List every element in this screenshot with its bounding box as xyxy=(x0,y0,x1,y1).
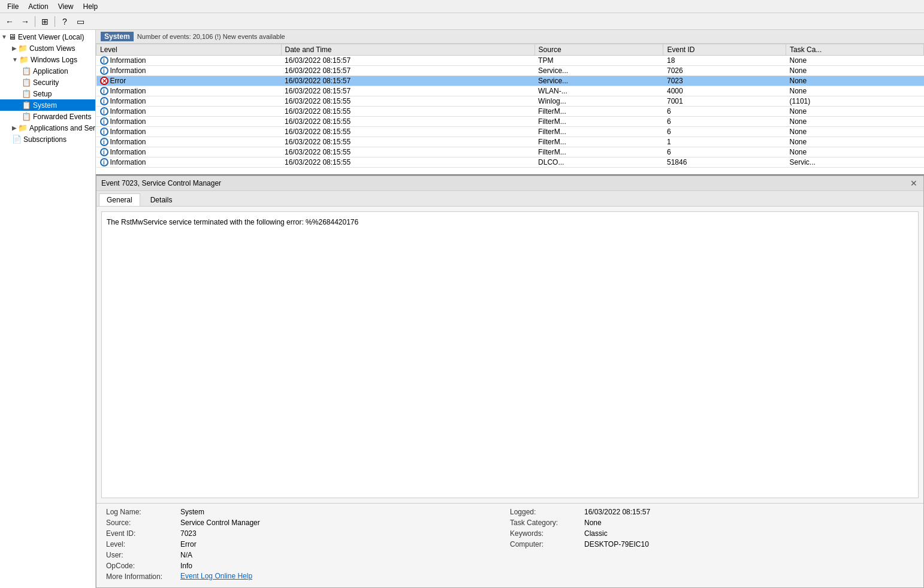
cell-eventid-8: 1 xyxy=(663,137,786,147)
table-row[interactable]: iInformation16/03/2022 08:15:55FilterM..… xyxy=(96,127,924,137)
table-row[interactable]: iInformation16/03/2022 08:15:55FilterM..… xyxy=(96,107,924,117)
more-info-link[interactable]: Event Log Online Help xyxy=(180,572,510,581)
log-name-label: Log Name: xyxy=(106,507,178,517)
folder-icon-app-services: 📁 xyxy=(18,123,28,132)
table-row[interactable]: iInformation16/03/2022 08:15:57WLAN-...4… xyxy=(96,86,924,96)
menu-action[interactable]: Action xyxy=(23,1,53,12)
col-level[interactable]: Level xyxy=(96,44,282,56)
sidebar-label-setup: Setup xyxy=(33,90,52,98)
level-text: Information xyxy=(110,148,146,156)
level-text: Information xyxy=(110,158,146,166)
col-source[interactable]: Source xyxy=(535,44,663,56)
cell-datetime-7: 16/03/2022 08:15:55 xyxy=(281,127,535,137)
cell-eventid-5: 6 xyxy=(663,107,786,117)
cell-task-2: None xyxy=(786,76,924,86)
menu-file[interactable]: File xyxy=(2,1,23,12)
table-row[interactable]: ✕Error16/03/2022 08:15:57Service...7023N… xyxy=(96,76,924,86)
cell-eventid-7: 6 xyxy=(663,127,786,137)
sidebar-label-custom-views: Custom Views xyxy=(29,44,75,53)
event-metadata: Log Name: System Source: Service Control… xyxy=(96,503,923,587)
cell-eventid-0: 18 xyxy=(663,56,786,66)
expand-icon-event-viewer: ▼ xyxy=(1,34,7,40)
detail-message-text: The RstMwService service terminated with… xyxy=(101,211,919,498)
cell-task-10: Servic... xyxy=(786,157,924,168)
sidebar-item-app-services[interactable]: ▶ 📁 Applications and Services Lo... xyxy=(0,122,95,134)
sidebar-item-setup[interactable]: 📋 Setup xyxy=(0,88,95,99)
table-row[interactable]: iInformation16/03/2022 08:15:57TPM18None xyxy=(96,56,924,66)
col-datetime[interactable]: Date and Time xyxy=(281,44,535,56)
menu-help[interactable]: Help xyxy=(78,1,103,12)
toolbar-forward[interactable]: → xyxy=(18,15,32,28)
table-row[interactable]: iInformation16/03/2022 08:15:57Service..… xyxy=(96,66,924,76)
error-icon: ✕ xyxy=(100,77,108,85)
sidebar-label-app-services: Applications and Services Lo... xyxy=(29,124,96,132)
events-table-container[interactable]: Level Date and Time Source Event ID Task… xyxy=(96,44,924,175)
menu-view[interactable]: View xyxy=(53,1,78,12)
sidebar-label-forwarded-events: Forwarded Events xyxy=(33,113,91,121)
level-text: Information xyxy=(110,128,146,136)
info-icon: i xyxy=(100,66,108,75)
sidebar-item-application[interactable]: 📋 Application xyxy=(0,65,95,77)
table-row[interactable]: iInformation16/03/2022 08:15:55FilterM..… xyxy=(96,117,924,127)
keywords-value: Classic xyxy=(584,529,914,538)
cell-datetime-4: 16/03/2022 08:15:55 xyxy=(281,96,535,107)
table-row[interactable]: iInformation16/03/2022 08:15:55Winlog...… xyxy=(96,96,924,107)
cell-level-8: iInformation xyxy=(96,137,282,147)
toolbar-window[interactable]: ▭ xyxy=(73,15,87,28)
cell-level-9: iInformation xyxy=(96,147,282,157)
toolbar-separator-1 xyxy=(35,16,35,27)
sidebar-item-windows-logs[interactable]: ▼ 📁 Windows Logs xyxy=(0,54,95,65)
cell-task-3: None xyxy=(786,86,924,96)
cell-datetime-0: 16/03/2022 08:15:57 xyxy=(281,56,535,66)
info-icon: i xyxy=(100,107,108,116)
table-row[interactable]: iInformation16/03/2022 08:15:55FilterM..… xyxy=(96,147,924,157)
cell-eventid-2: 7023 xyxy=(663,76,786,86)
cell-source-4: Winlog... xyxy=(535,96,663,107)
cell-eventid-6: 6 xyxy=(663,117,786,127)
sidebar-item-forwarded-events[interactable]: 📋 Forwarded Events xyxy=(0,111,95,122)
cell-source-10: DLCO... xyxy=(535,157,663,168)
cell-level-2: ✕Error xyxy=(96,76,282,86)
sidebar-item-custom-views[interactable]: ▶ 📁 Custom Views xyxy=(0,43,95,54)
log-info: Number of events: 20,106 (!) New events … xyxy=(137,33,285,40)
log-name-value: System xyxy=(180,507,510,517)
sidebar-label-application: Application xyxy=(33,67,68,75)
info-icon: i xyxy=(100,138,108,146)
cell-source-0: TPM xyxy=(535,56,663,66)
sidebar-item-system[interactable]: 📋 System xyxy=(0,99,95,111)
log-icon-setup: 📋 xyxy=(22,89,31,98)
event-id-value: 7023 xyxy=(180,529,510,538)
cell-eventid-1: 7026 xyxy=(663,66,786,76)
info-icon: i xyxy=(100,158,108,166)
sidebar-item-security[interactable]: 📋 Security xyxy=(0,77,95,88)
user-value: N/A xyxy=(180,550,510,560)
log-icon-security: 📋 xyxy=(22,78,31,87)
level-text: Information xyxy=(110,56,146,65)
detail-close-button[interactable]: ✕ xyxy=(909,178,919,188)
log-icon-forwarded: 📋 xyxy=(22,112,31,121)
toolbar-help[interactable]: ? xyxy=(58,15,72,28)
sidebar-item-event-viewer[interactable]: ▼ 🖥 Event Viewer (Local) xyxy=(0,31,95,43)
cell-datetime-6: 16/03/2022 08:15:55 xyxy=(281,117,535,127)
events-table: Level Date and Time Source Event ID Task… xyxy=(96,44,924,168)
cell-datetime-2: 16/03/2022 08:15:57 xyxy=(281,76,535,86)
sidebar-item-subscriptions[interactable]: 📄 Subscriptions xyxy=(0,134,95,145)
cell-level-10: iInformation xyxy=(96,157,282,168)
toolbar-grid[interactable]: ⊞ xyxy=(38,15,52,28)
col-event-id[interactable]: Event ID xyxy=(663,44,786,56)
toolbar-back[interactable]: ← xyxy=(2,15,17,28)
cell-task-8: None xyxy=(786,137,924,147)
detail-content: The RstMwService service terminated with… xyxy=(96,207,923,587)
cell-source-1: Service... xyxy=(535,66,663,76)
logged-label: Logged: xyxy=(510,507,582,517)
level-text: Information xyxy=(110,107,146,116)
table-row[interactable]: iInformation16/03/2022 08:15:55DLCO...51… xyxy=(96,157,924,168)
log-icon-application: 📋 xyxy=(22,66,31,75)
level-text: Information xyxy=(110,97,146,105)
tab-details[interactable]: Details xyxy=(143,193,180,206)
tab-general[interactable]: General xyxy=(99,193,140,206)
col-task[interactable]: Task Ca... xyxy=(786,44,924,56)
table-row[interactable]: iInformation16/03/2022 08:15:55FilterM..… xyxy=(96,137,924,147)
cell-level-5: iInformation xyxy=(96,107,282,117)
menu-bar: File Action View Help xyxy=(0,0,924,13)
